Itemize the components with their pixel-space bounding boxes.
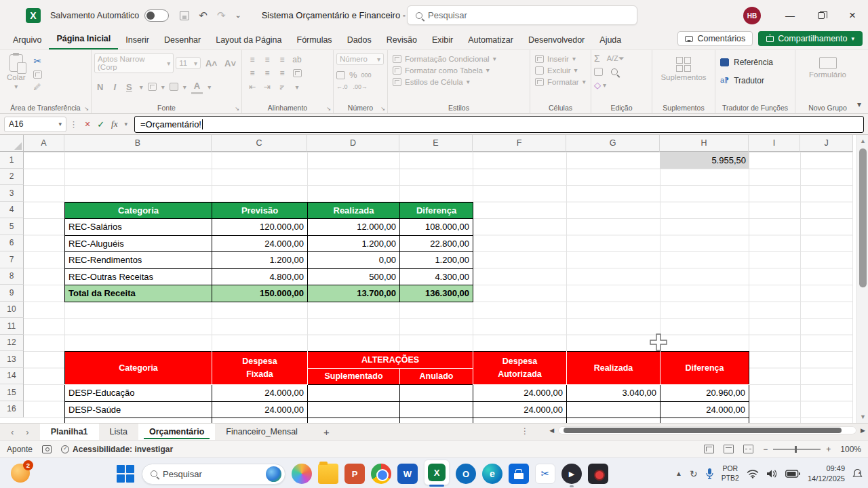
cell-G16[interactable] [567,401,660,418]
worksheet[interactable]: A B C D E F G H I J 1 2 3 4 5 6 7 8 9 10… [0,135,868,423]
cell-H1[interactable]: 5.955,50 [660,152,749,169]
tab-automatizar[interactable]: Automatizar [460,32,521,49]
row-header-16[interactable]: 16 [0,401,24,418]
row-header-9[interactable]: 9 [0,285,24,302]
row-header-2[interactable]: 2 [0,169,24,186]
col-header-H[interactable]: H [660,135,749,152]
cell-F15[interactable]: 24.000,00 [473,385,567,402]
clear-icon[interactable]: ◇ [594,80,601,90]
document-title[interactable]: Sistema Orçamentário e Financeiro - Cana… [262,10,431,20]
tab-pagina-inicial[interactable]: Página Inicial [49,30,118,49]
notification-bell-icon[interactable]: z [852,468,863,479]
screen-recorder-icon[interactable] [588,464,608,484]
confirm-entry-icon[interactable]: ✓ [97,119,104,129]
despesa-header-autorizada[interactable]: DespesaAutorizada [473,352,567,385]
col-header-I[interactable]: I [749,135,800,152]
save-icon[interactable] [180,11,189,20]
cell-H15[interactable]: 20.960,00 [660,385,749,402]
cell-F16[interactable]: 24.000,00 [473,401,567,418]
row-header-1[interactable]: 1 [0,152,24,169]
widgets-weather-icon[interactable]: 2 [11,464,30,483]
volume-icon[interactable] [766,469,778,479]
undo-icon[interactable]: ↶ [199,9,208,22]
clipboard-launcher-icon[interactable]: ↘ [84,106,89,112]
tab-ajuda[interactable]: Ajuda [592,32,629,49]
cell-B15[interactable]: DESP-Educação [65,385,212,402]
cell-C15[interactable]: 24.000,00 [212,385,308,402]
sheet-tab-financeiro-mensal[interactable]: Financeiro_Mensal [215,424,309,440]
copilot-icon[interactable] [292,464,312,484]
page-layout-view-icon[interactable] [724,445,734,453]
receita-header-realizada[interactable]: Realizada [308,202,400,219]
namebox-splitter[interactable]: ⋮ [69,119,78,129]
font-launcher-icon[interactable]: ↘ [235,106,239,112]
cell-C7[interactable]: 1.200,00 [212,252,308,269]
tab-desenhar[interactable]: Desenhar [157,32,208,49]
cell-E8[interactable]: 4.300,00 [400,268,473,285]
outlook-icon[interactable]: O [456,464,476,484]
qat-customize-icon[interactable]: ⌄ [235,11,241,20]
col-header-J[interactable]: J [800,135,853,152]
row-header-13[interactable]: 13 [0,351,24,368]
excel-taskbar-active[interactable]: X [424,460,450,485]
despesa-header-realizada[interactable]: Realizada [567,352,660,385]
row-header-8[interactable]: 8 [0,268,24,285]
zoom-slider-thumb[interactable] [795,446,797,453]
despesa-header-anulado[interactable]: Anulado [400,368,473,385]
cell-H16[interactable]: 24.000,00 [660,401,749,418]
name-box[interactable]: A16 ▾ [4,117,66,132]
col-header-F[interactable]: F [473,135,566,152]
new-sheet-icon[interactable]: + [309,424,344,440]
zoom-in-icon[interactable]: + [826,445,831,454]
number-launcher-icon[interactable]: ↘ [380,106,385,112]
language-indicator[interactable]: POR PTB2 [722,464,739,482]
tab-layout-da-pagina[interactable]: Layout da Página [208,32,289,49]
despesa-header-categoria[interactable]: Categoria [65,352,212,385]
word-icon[interactable]: W [397,464,418,484]
cell-C5[interactable]: 120.000,00 [212,219,308,236]
cancel-entry-icon[interactable]: × [85,119,90,129]
cell-D16[interactable] [308,401,400,418]
insert-function-icon[interactable]: fx [111,119,117,129]
col-header-G[interactable]: G [566,135,660,152]
cell-D8[interactable]: 500,00 [308,268,400,285]
scroll-right-icon[interactable]: ▶ [861,427,865,434]
snipping-tool-icon[interactable]: ✂ [535,464,555,484]
row-header-11[interactable]: 11 [0,318,24,335]
row-header-5[interactable]: 5 [0,218,24,235]
cell-E15[interactable] [400,385,473,402]
select-all-corner[interactable] [0,135,24,152]
cell-D7[interactable]: 0,00 [308,252,400,269]
tab-desenvolvedor[interactable]: Desenvolvedor [521,32,592,49]
vertical-scrollbar[interactable]: ▲ ▼ [856,135,868,423]
receita-header-previsao[interactable]: Previsão [212,202,308,219]
cell-E16[interactable] [400,401,473,418]
tab-revisao[interactable]: Revisão [379,32,425,49]
receita-header-diferenca[interactable]: Diferença [400,202,473,219]
alignment-launcher-icon[interactable]: ↘ [326,106,331,112]
cell-C9[interactable]: 150.000,00 [212,285,308,302]
excel-logo-icon[interactable]: X [26,8,41,23]
taskbar-search[interactable]: Pesquisar [142,464,285,485]
tab-arquivo[interactable]: Arquivo [5,32,49,49]
scroll-up-icon[interactable]: ▲ [857,135,868,147]
cell-C16[interactable]: 24.000,00 [212,401,308,418]
autosave-toggle[interactable] [144,9,169,22]
cell-B9[interactable]: Total da Receita [65,285,212,302]
vertical-scroll-thumb[interactable] [859,148,867,287]
macro-record-icon[interactable] [42,445,52,453]
cell-B7[interactable]: REC-Rendimentos [65,252,212,269]
cell-G15[interactable]: 3.040,00 [567,385,660,402]
sync-icon[interactable]: ↻ [690,468,698,479]
translator-button[interactable]: a⁋Tradutor [718,74,792,87]
scroll-down-icon[interactable]: ▼ [857,411,868,423]
hidden-icons-chevron[interactable]: ▲ [675,470,682,477]
comments-button[interactable]: Comentários [677,31,753,46]
clock[interactable]: 09:49 14/12/2025 [808,464,845,483]
despesa-header-fixada[interactable]: DespesaFixada [212,352,308,385]
cell-B8[interactable]: REC-Outras Receitas [65,268,212,285]
row-header-14[interactable]: 14 [0,368,24,385]
microphone-icon[interactable] [705,468,714,480]
sheet-tab-planilha1[interactable]: Planilha1 [40,424,99,440]
horizontal-scroll-thumb[interactable] [564,428,842,433]
